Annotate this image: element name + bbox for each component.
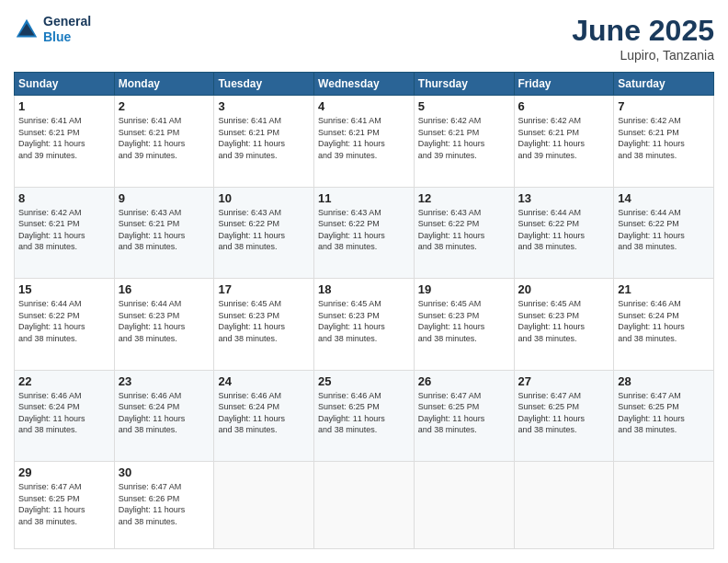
day-number: 1 — [18, 99, 110, 113]
day-info: Sunrise: 6:47 AMSunset: 6:25 PMDaylight:… — [18, 481, 110, 527]
day-info: Sunrise: 6:45 AMSunset: 6:23 PMDaylight:… — [318, 298, 410, 344]
day-number: 10 — [218, 191, 310, 205]
day-number: 23 — [119, 374, 210, 388]
day-info: Sunrise: 6:46 AMSunset: 6:24 PMDaylight:… — [119, 390, 210, 436]
table-row: 26 Sunrise: 6:47 AMSunset: 6:25 PMDaylig… — [414, 370, 514, 462]
table-row: 6 Sunrise: 6:42 AMSunset: 6:21 PMDayligh… — [514, 96, 614, 188]
day-info: Sunrise: 6:44 AMSunset: 6:22 PMDaylight:… — [618, 207, 710, 253]
day-number: 28 — [618, 374, 710, 388]
day-number: 8 — [18, 191, 110, 205]
day-info: Sunrise: 6:45 AMSunset: 6:23 PMDaylight:… — [418, 298, 510, 344]
logo: General Blue — [14, 14, 91, 45]
day-info: Sunrise: 6:42 AMSunset: 6:21 PMDaylight:… — [418, 115, 510, 161]
table-row — [614, 462, 714, 549]
day-number: 18 — [318, 282, 410, 296]
day-number: 15 — [18, 282, 110, 296]
logo-icon — [14, 17, 40, 42]
day-info: Sunrise: 6:43 AMSunset: 6:22 PMDaylight:… — [218, 207, 310, 253]
col-saturday: Saturday — [614, 73, 714, 96]
day-info: Sunrise: 6:41 AMSunset: 6:21 PMDaylight:… — [119, 115, 210, 161]
day-info: Sunrise: 6:43 AMSunset: 6:22 PMDaylight:… — [418, 207, 510, 253]
day-number: 12 — [418, 191, 510, 205]
day-info: Sunrise: 6:47 AMSunset: 6:25 PMDaylight:… — [418, 390, 510, 436]
day-info: Sunrise: 6:47 AMSunset: 6:25 PMDaylight:… — [518, 390, 610, 436]
day-number: 4 — [318, 99, 410, 113]
col-monday: Monday — [114, 73, 214, 96]
day-info: Sunrise: 6:46 AMSunset: 6:24 PMDaylight:… — [618, 298, 710, 344]
calendar-table: Sunday Monday Tuesday Wednesday Thursday… — [14, 72, 714, 549]
table-row: 17 Sunrise: 6:45 AMSunset: 6:23 PMDaylig… — [214, 279, 314, 371]
day-info: Sunrise: 6:46 AMSunset: 6:25 PMDaylight:… — [318, 390, 410, 436]
day-info: Sunrise: 6:42 AMSunset: 6:21 PMDaylight:… — [18, 207, 110, 253]
table-row: 25 Sunrise: 6:46 AMSunset: 6:25 PMDaylig… — [314, 370, 415, 462]
table-row — [514, 462, 614, 549]
day-info: Sunrise: 6:44 AMSunset: 6:23 PMDaylight:… — [119, 298, 210, 344]
table-row: 10 Sunrise: 6:43 AMSunset: 6:22 PMDaylig… — [214, 187, 314, 279]
day-info: Sunrise: 6:46 AMSunset: 6:24 PMDaylight:… — [218, 390, 310, 436]
col-sunday: Sunday — [15, 73, 115, 96]
day-info: Sunrise: 6:42 AMSunset: 6:21 PMDaylight:… — [518, 115, 610, 161]
header: General Blue June 2025 Lupiro, Tanzania — [14, 14, 714, 63]
day-number: 3 — [218, 99, 310, 113]
day-info: Sunrise: 6:41 AMSunset: 6:21 PMDaylight:… — [318, 115, 410, 161]
day-number: 27 — [518, 374, 610, 388]
table-row: 23 Sunrise: 6:46 AMSunset: 6:24 PMDaylig… — [114, 370, 214, 462]
table-row: 8 Sunrise: 6:42 AMSunset: 6:21 PMDayligh… — [15, 187, 115, 279]
table-row: 24 Sunrise: 6:46 AMSunset: 6:24 PMDaylig… — [214, 370, 314, 462]
table-row: 4 Sunrise: 6:41 AMSunset: 6:21 PMDayligh… — [314, 96, 415, 188]
day-info: Sunrise: 6:43 AMSunset: 6:21 PMDaylight:… — [119, 207, 210, 253]
day-info: Sunrise: 6:42 AMSunset: 6:21 PMDaylight:… — [618, 115, 710, 161]
table-row — [314, 462, 415, 549]
day-number: 24 — [218, 374, 310, 388]
day-number: 26 — [418, 374, 510, 388]
table-row: 2 Sunrise: 6:41 AMSunset: 6:21 PMDayligh… — [114, 96, 214, 188]
day-info: Sunrise: 6:44 AMSunset: 6:22 PMDaylight:… — [18, 298, 110, 344]
logo-text: General Blue — [43, 14, 91, 45]
day-number: 9 — [119, 191, 210, 205]
table-row: 22 Sunrise: 6:46 AMSunset: 6:24 PMDaylig… — [15, 370, 115, 462]
title-area: June 2025 Lupiro, Tanzania — [572, 14, 714, 63]
table-row: 27 Sunrise: 6:47 AMSunset: 6:25 PMDaylig… — [514, 370, 614, 462]
calendar-header-row: Sunday Monday Tuesday Wednesday Thursday… — [15, 73, 714, 96]
day-number: 21 — [618, 282, 710, 296]
day-info: Sunrise: 6:44 AMSunset: 6:22 PMDaylight:… — [518, 207, 610, 253]
day-number: 16 — [119, 282, 210, 296]
page: General Blue June 2025 Lupiro, Tanzania … — [0, 0, 728, 563]
day-info: Sunrise: 6:41 AMSunset: 6:21 PMDaylight:… — [218, 115, 310, 161]
table-row: 7 Sunrise: 6:42 AMSunset: 6:21 PMDayligh… — [614, 96, 714, 188]
location: Lupiro, Tanzania — [572, 48, 714, 63]
day-info: Sunrise: 6:45 AMSunset: 6:23 PMDaylight:… — [218, 298, 310, 344]
table-row: 15 Sunrise: 6:44 AMSunset: 6:22 PMDaylig… — [15, 279, 115, 371]
day-number: 11 — [318, 191, 410, 205]
table-row: 11 Sunrise: 6:43 AMSunset: 6:22 PMDaylig… — [314, 187, 415, 279]
day-number: 30 — [119, 465, 210, 479]
col-thursday: Thursday — [414, 73, 514, 96]
table-row: 20 Sunrise: 6:45 AMSunset: 6:23 PMDaylig… — [514, 279, 614, 371]
table-row: 3 Sunrise: 6:41 AMSunset: 6:21 PMDayligh… — [214, 96, 314, 188]
day-number: 17 — [218, 282, 310, 296]
day-number: 29 — [18, 465, 110, 479]
day-info: Sunrise: 6:45 AMSunset: 6:23 PMDaylight:… — [518, 298, 610, 344]
day-info: Sunrise: 6:47 AMSunset: 6:26 PMDaylight:… — [119, 481, 210, 527]
table-row: 14 Sunrise: 6:44 AMSunset: 6:22 PMDaylig… — [614, 187, 714, 279]
table-row: 5 Sunrise: 6:42 AMSunset: 6:21 PMDayligh… — [414, 96, 514, 188]
day-number: 19 — [418, 282, 510, 296]
table-row: 18 Sunrise: 6:45 AMSunset: 6:23 PMDaylig… — [314, 279, 415, 371]
table-row: 28 Sunrise: 6:47 AMSunset: 6:25 PMDaylig… — [614, 370, 714, 462]
day-number: 5 — [418, 99, 510, 113]
table-row — [214, 462, 314, 549]
table-row: 30 Sunrise: 6:47 AMSunset: 6:26 PMDaylig… — [114, 462, 214, 549]
day-number: 20 — [518, 282, 610, 296]
day-number: 25 — [318, 374, 410, 388]
day-info: Sunrise: 6:43 AMSunset: 6:22 PMDaylight:… — [318, 207, 410, 253]
day-info: Sunrise: 6:46 AMSunset: 6:24 PMDaylight:… — [18, 390, 110, 436]
table-row: 1 Sunrise: 6:41 AMSunset: 6:21 PMDayligh… — [15, 96, 115, 188]
table-row: 12 Sunrise: 6:43 AMSunset: 6:22 PMDaylig… — [414, 187, 514, 279]
col-wednesday: Wednesday — [314, 73, 415, 96]
table-row: 19 Sunrise: 6:45 AMSunset: 6:23 PMDaylig… — [414, 279, 514, 371]
day-number: 6 — [518, 99, 610, 113]
day-number: 22 — [18, 374, 110, 388]
table-row — [414, 462, 514, 549]
day-info: Sunrise: 6:41 AMSunset: 6:21 PMDaylight:… — [18, 115, 110, 161]
table-row: 29 Sunrise: 6:47 AMSunset: 6:25 PMDaylig… — [15, 462, 115, 549]
